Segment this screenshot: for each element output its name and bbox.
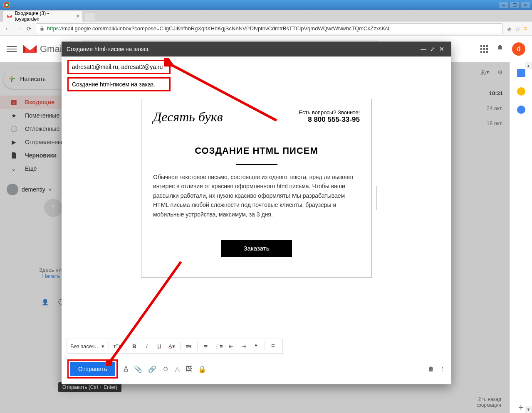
os-titlebar: ━ ❐ ✕ <box>0 0 532 10</box>
subject-field[interactable]: Создание html-писем на заказ. <box>72 81 155 88</box>
font-family-select[interactable]: Без засеч… ▾ <box>70 343 104 349</box>
remove-format-button[interactable]: T <box>269 343 277 349</box>
bold-button[interactable]: B <box>130 343 139 349</box>
main-menu-button[interactable] <box>7 44 17 54</box>
browser-tab[interactable]: Входящие (3) - toysgarden ✕ <box>3 11 82 22</box>
gmail-logo[interactable]: Gmail <box>23 44 64 54</box>
indent-more-button[interactable]: ⇥ <box>240 343 248 349</box>
align-button[interactable]: ≡▾ <box>185 343 193 349</box>
attach-button[interactable]: 📎 <box>134 365 142 373</box>
account-avatar[interactable]: d <box>512 42 525 56</box>
forward-button[interactable]: → <box>14 25 22 33</box>
compose-body[interactable]: Десять букв Есть вопросы? Звоните! 8 800… <box>62 95 451 339</box>
mail-time: 10:31 <box>487 86 503 101</box>
to-field[interactable]: adresat1@mail.ru, adresat2@ya.ru <box>72 64 163 70</box>
compose-header[interactable]: Создание html-писем на заказ. — ⤢ ✕ <box>62 42 451 57</box>
star-icon: ★ <box>10 112 17 119</box>
url-path: ://mail.google.com/mail/#inbox?compose=C… <box>59 25 391 32</box>
chrome-logo-icon <box>3 2 10 8</box>
vertical-rule <box>376 186 376 210</box>
window-minimize-button[interactable]: ━ <box>499 2 509 8</box>
plus-icon: + <box>8 72 15 86</box>
unordered-list-button[interactable]: ⋮≡ <box>214 343 223 349</box>
url-protocol: https <box>47 25 59 32</box>
mail-time: 24 окт. <box>487 101 503 116</box>
add-addon-button[interactable]: + <box>518 402 524 413</box>
more-options-button[interactable]: ⋮ <box>440 366 445 372</box>
format-toggle-button[interactable]: A <box>124 365 128 373</box>
browser-nav-bar: ← → ⟳ https://mail.google.com/mail/#inbo… <box>0 22 532 36</box>
bookmark-button[interactable]: ☆ <box>515 25 520 32</box>
emoji-button[interactable]: ☺ <box>162 365 169 373</box>
mail-timestamps: 10:31 24 окт. 18 окт. <box>487 86 503 130</box>
hangouts-icon: ❝ <box>44 199 62 217</box>
chevron-down-icon: ⌄ <box>10 165 17 172</box>
dropdown-icon: ▾ <box>49 186 52 193</box>
settings-button[interactable]: ⚙ <box>497 69 503 76</box>
google-apps-button[interactable] <box>480 45 488 53</box>
insert-link-button[interactable]: 🔗 <box>148 365 156 373</box>
email-body-text: Обычное текстовое письмо, состоящее из о… <box>153 172 360 219</box>
status-text: 2 ч. назад формация <box>477 396 501 408</box>
send-button[interactable]: Отправить <box>70 362 115 376</box>
extension-icon[interactable]: ◈ <box>507 25 512 32</box>
italic-button[interactable]: I <box>143 343 151 349</box>
hangouts-contacts-tab[interactable]: 👤 <box>37 299 53 305</box>
scrollbar-down[interactable]: ▼ <box>525 406 532 413</box>
underline-button[interactable]: U <box>155 343 163 349</box>
input-tools-button[interactable]: あ▾ <box>480 69 489 76</box>
email-heading: СОЗДАНИЕ HTML ПИСЕМ <box>153 145 360 156</box>
send-icon: ▶ <box>10 138 17 146</box>
compose-close-button[interactable]: ✕ <box>437 44 446 54</box>
subject-field-highlight: Создание html-писем на заказ. <box>67 77 171 91</box>
to-field-highlight: adresat1@mail.ru, adresat2@ya.ru <box>67 60 171 74</box>
tab-title: Входящие (3) - toysgarden <box>15 10 72 22</box>
reload-button[interactable]: ⟳ <box>25 25 33 33</box>
drive-button[interactable]: △ <box>175 365 180 373</box>
gmail-logo-icon <box>23 44 37 54</box>
browser-tab-strip: Входящие (3) - toysgarden ✕ <box>0 10 532 22</box>
email-cta-button[interactable]: Заказать <box>221 240 292 257</box>
confidential-button[interactable]: 🔒 <box>198 365 206 373</box>
clock-icon: 🕓 <box>10 125 17 133</box>
compose-minimize-button[interactable]: — <box>419 44 428 54</box>
email-divider <box>236 164 277 165</box>
address-bar[interactable]: https://mail.google.com/mail/#inbox?comp… <box>36 23 503 34</box>
window-maximize-button[interactable]: ❐ <box>510 2 520 8</box>
text-color-button[interactable]: A▾ <box>168 343 176 349</box>
browser-menu-button[interactable]: ≡ <box>524 25 527 32</box>
new-tab-button[interactable] <box>85 13 95 21</box>
compose-label: Написать <box>20 76 45 82</box>
tab-close-button[interactable]: ✕ <box>76 13 80 19</box>
indent-less-button[interactable]: ⇤ <box>227 343 235 349</box>
user-avatar-icon <box>7 184 18 195</box>
calendar-addon-icon[interactable] <box>517 69 525 77</box>
insert-photo-button[interactable]: 🖼 <box>186 365 192 373</box>
scrollbar-up[interactable]: ▲ <box>525 62 532 69</box>
right-side-panel: + <box>510 62 532 413</box>
email-preview: Десять букв Есть вопросы? Звоните! 8 800… <box>141 99 372 278</box>
quote-button[interactable]: ❝ <box>252 343 260 349</box>
compose-title: Создание html-писем на заказ. <box>67 46 150 52</box>
back-button[interactable]: ← <box>3 25 12 33</box>
tasks-addon-icon[interactable] <box>517 106 525 114</box>
email-question: Есть вопросы? Звоните! <box>299 109 360 116</box>
draft-icon <box>10 152 17 159</box>
send-button-highlight: Отправить <box>67 359 118 379</box>
inbox-icon <box>10 98 17 106</box>
compose-send-row: Отправить A 📎 🔗 ☺ △ 🖼 🔒 🗑 ⋮ <box>62 356 451 384</box>
format-toolbar: Без засеч… ▾ тТ▾ B I U A▾ ≡▾ ≣ ⋮≡ ⇤ ⇥ ❝ … <box>67 339 283 354</box>
lock-icon <box>40 26 45 32</box>
notifications-button[interactable] <box>496 44 504 53</box>
discard-draft-button[interactable]: 🗑 <box>428 366 434 372</box>
compose-popout-button[interactable]: ⤢ <box>428 44 437 54</box>
ordered-list-button[interactable]: ≣ <box>202 343 210 349</box>
email-phone: 8 800 555-33-95 <box>299 116 360 124</box>
keep-addon-icon[interactable] <box>517 87 525 96</box>
gmail-favicon-icon <box>7 13 12 19</box>
gmail-brand-text: Gmail <box>40 44 64 54</box>
email-brand: Десять букв <box>153 109 223 125</box>
window-close-button[interactable]: ✕ <box>520 2 530 8</box>
mail-time: 18 окт. <box>487 116 503 130</box>
font-size-button[interactable]: тТ▾ <box>113 344 121 349</box>
